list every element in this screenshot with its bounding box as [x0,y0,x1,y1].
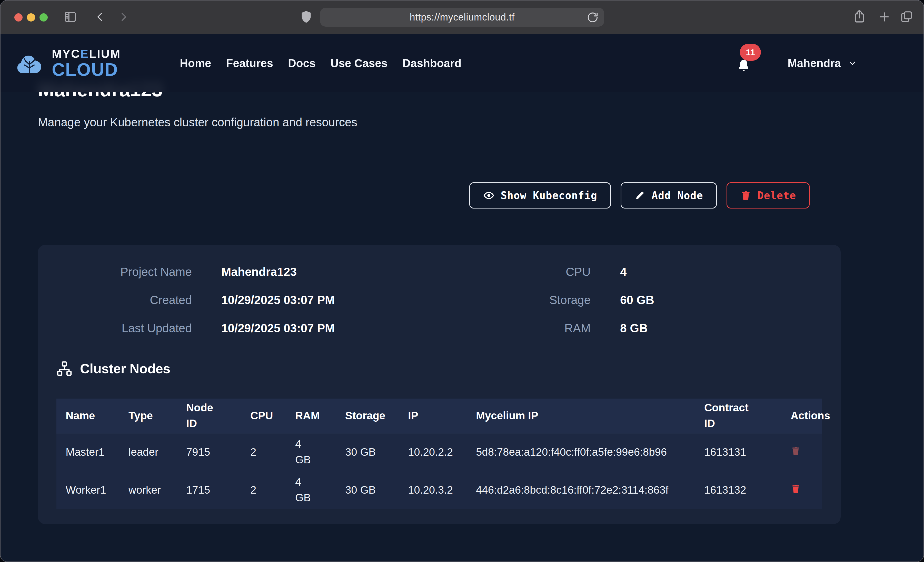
mycelium-cloud-logo-icon [15,50,46,76]
nav-link-home[interactable]: Home [180,57,211,70]
cell-node-id: 1715 [177,471,241,509]
notification-count-badge: 11 [740,44,761,61]
cell-node-id: 7915 [177,433,241,471]
address-bar[interactable]: https://myceliumcloud.tf [320,8,604,27]
trash-icon [790,484,801,494]
cell-cpu: 2 [241,433,286,471]
col-header-type: Type [119,399,177,433]
col-header-ram: RAM [286,399,336,433]
cluster-info-grid: Project Name Mahendra123 CPU 4 Created 1… [38,245,841,335]
col-header-contract-id: Contract ID [695,399,782,433]
created-value: 10/29/2025 03:07 PM [221,293,417,307]
cell-type: leader [119,433,177,471]
col-header-storage: Storage [336,399,399,433]
cpu-label: CPU [447,265,591,279]
cluster-details-card: Project Name Mahendra123 CPU 4 Created 1… [38,245,841,524]
table-row: Master1 leader 7915 2 4 GB 30 GB 10.20.2… [56,433,822,471]
cell-type: worker [119,471,177,509]
cell-ram: 4 GB [286,433,336,471]
cluster-nodes-table: Name Type Node ID CPU RAM Storage IP Myc… [56,399,822,509]
created-label: Created [38,293,192,307]
ram-label: RAM [447,321,591,335]
col-header-mycelium-ip: Mycelium IP [467,399,695,433]
notifications-button[interactable]: 11 [736,52,754,74]
maximize-window-button[interactable] [39,13,48,21]
eye-icon [483,190,495,201]
back-button[interactable] [94,11,106,23]
delete-node-button[interactable] [790,484,801,494]
url-text: https://myceliumcloud.tf [410,12,514,23]
cell-cpu: 2 [241,471,286,509]
nav-link-dashboard[interactable]: Dashboard [402,57,461,70]
nav-link-use-cases[interactable]: Use Cases [331,57,388,70]
minimize-window-button[interactable] [27,13,35,21]
top-navbar: MYCELIUM CLOUD Home Features Docs Use Ca… [0,34,924,92]
tab-overview-icon[interactable] [900,10,913,23]
traffic-lights [14,13,48,21]
user-name: Mahendra [788,57,841,70]
storage-value: 60 GB [620,293,841,307]
user-menu[interactable]: Mahendra [788,57,857,70]
cluster-nodes-heading: Cluster Nodes [56,361,171,377]
cluster-nodes-title: Cluster Nodes [80,361,171,376]
share-icon[interactable] [852,9,866,23]
cell-name: Master1 [56,433,119,471]
cell-name: Worker1 [56,471,119,509]
cell-ip: 10.20.3.2 [399,471,467,509]
cell-actions [782,433,822,471]
trash-icon [740,190,752,201]
cell-mycelium-ip: 446:d2a6:8bcd:8c16:ff0f:72e2:3114:863f [467,471,695,509]
cell-contract-id: 1613132 [695,471,782,509]
page-subtitle: Manage your Kubernetes cluster configura… [38,115,357,129]
storage-label: Storage [447,293,591,307]
browser-window: https://myceliumcloud.tf Mahendra123 Man… [0,0,924,562]
network-icon [56,361,72,377]
close-window-button[interactable] [14,13,22,21]
reload-icon[interactable] [587,12,598,23]
show-kubeconfig-button[interactable]: Show Kubeconfig [469,182,611,209]
cell-contract-id: 1613131 [695,433,782,471]
delete-node-button[interactable] [790,446,801,456]
col-header-node-id: Node ID [177,399,241,433]
project-name-label: Project Name [38,265,192,279]
cell-mycelium-ip: 5d8:78ea:a120:f40c:ff0f:a5fe:99e6:8b96 [467,433,695,471]
logo-text: MYCELIUM CLOUD [52,48,121,79]
trash-icon [790,446,801,456]
ram-value: 8 GB [620,321,841,335]
new-tab-icon[interactable] [878,11,890,23]
privacy-shield-icon[interactable] [299,10,314,24]
col-header-actions: Actions [782,399,822,433]
chevron-down-icon [848,58,857,68]
nav-link-docs[interactable]: Docs [288,57,316,70]
cell-ram: 4 GB [286,471,336,509]
sidebar-toggle-icon[interactable] [64,10,77,24]
logo-line1: MYCELIUM [52,48,121,60]
browser-chrome: https://myceliumcloud.tf [0,0,924,34]
table-header-row: Name Type Node ID CPU RAM Storage IP Myc… [56,399,822,433]
col-header-ip: IP [399,399,467,433]
main-navigation: Home Features Docs Use Cases Dashboard [180,57,461,70]
cell-actions [782,471,822,509]
cell-storage: 30 GB [336,471,399,509]
forward-button[interactable] [117,11,130,23]
pencil-icon [634,190,645,201]
table-row: Worker1 worker 1715 2 4 GB 30 GB 10.20.3… [56,471,822,509]
navbar-right: 11 Mahendra [736,52,857,74]
last-updated-label: Last Updated [38,321,192,335]
delete-cluster-button[interactable]: Delete [726,182,810,209]
cell-ip: 10.20.2.2 [399,433,467,471]
cpu-value: 4 [620,265,841,279]
cell-storage: 30 GB [336,433,399,471]
page-body: Mahendra123 Manage your Kubernetes clust… [0,34,924,562]
nav-link-features[interactable]: Features [226,57,273,70]
col-header-name: Name [56,399,119,433]
last-updated-value: 10/29/2025 03:07 PM [221,321,417,335]
cluster-actions: Show Kubeconfig Add Node Delete [469,182,810,209]
logo[interactable]: MYCELIUM CLOUD [15,48,121,79]
logo-line2: CLOUD [52,61,121,79]
col-header-cpu: CPU [241,399,286,433]
add-node-button[interactable]: Add Node [621,182,717,209]
project-name-value: Mahendra123 [221,265,417,279]
